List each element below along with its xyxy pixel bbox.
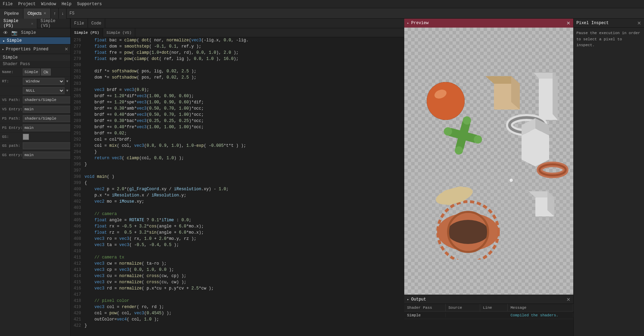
code-area[interactable]: 276 float bac = clamp( dot( nor, normali… bbox=[71, 37, 404, 336]
line-number: 400 bbox=[71, 187, 85, 192]
tab-objects[interactable]: Objects ✕ bbox=[23, 8, 51, 19]
prop-vsentry-input[interactable] bbox=[23, 106, 70, 113]
prop-name-input[interactable] bbox=[23, 69, 40, 75]
menu-help[interactable]: Help bbox=[61, 2, 71, 7]
code-line: 400 vec2 p = 2.0*(gl_FragCoord.xy / iRes… bbox=[71, 186, 404, 192]
preview-title: Preview bbox=[411, 21, 428, 26]
output-col-header: Shader Pass Source Line Message bbox=[404, 304, 573, 312]
code-line: 289 brdf += 0.30*bac*vec3(0.25, 0.25, 0.… bbox=[71, 118, 404, 124]
preview-header: ▸ Preview ✕ bbox=[404, 19, 573, 28]
line-number: 291 bbox=[71, 131, 85, 136]
prop-psentry-input[interactable] bbox=[23, 124, 70, 131]
line-code: { bbox=[85, 181, 87, 185]
prop-gspath-input[interactable] bbox=[23, 142, 70, 149]
prop-name-row: Name: Ok bbox=[0, 68, 70, 77]
line-number: 422 bbox=[71, 323, 85, 328]
prop-psentry-value bbox=[23, 124, 70, 131]
prop-gs-label: GS: bbox=[2, 135, 23, 139]
props-close-btn[interactable]: ✕ bbox=[65, 47, 68, 52]
preview-canvas bbox=[404, 28, 573, 295]
tab-simple-ps[interactable]: Simple (PS) ✕ bbox=[0, 19, 37, 28]
props-section-simple: Simple bbox=[0, 54, 70, 61]
gs-color-swatch bbox=[23, 134, 29, 140]
line-code: vec3 col = render( ro, rd ); bbox=[85, 305, 164, 309]
line-code: float rz = 0.5 + 3.2*sin(angle + 6.0*mo.… bbox=[85, 230, 204, 235]
line-number: 419 bbox=[71, 305, 85, 309]
line-number: 281 bbox=[71, 69, 85, 74]
line-number: 279 bbox=[71, 57, 85, 61]
line-number: 403 bbox=[71, 205, 85, 210]
tree-item-simple[interactable]: ▸ Simple bbox=[0, 37, 70, 44]
prop-gspath-label: GS path: bbox=[2, 144, 23, 148]
prop-pspath-input[interactable] bbox=[23, 115, 70, 122]
file-tab-simple-ps[interactable]: Simple (PS) bbox=[71, 28, 103, 37]
prop-gsentry-row: GS entry: bbox=[0, 151, 70, 160]
file-tab-simple-vs[interactable]: Simple (VS) bbox=[103, 28, 136, 37]
line-number: 285 bbox=[71, 94, 85, 99]
line-number: 286 bbox=[71, 100, 85, 105]
file-tab-row: Simple (PS) Simple (VS) bbox=[71, 28, 404, 37]
output-cell-message: Compiled the shaders. bbox=[508, 313, 573, 317]
code-line: 404 // camera bbox=[71, 211, 404, 217]
output-close-btn[interactable]: ✕ bbox=[566, 297, 571, 302]
code-line: 410 bbox=[71, 248, 404, 254]
simple-label: Simple bbox=[21, 30, 36, 35]
pixel-inspect-title: Pixel Inspect bbox=[576, 21, 609, 26]
prop-name-ok-btn[interactable]: Ok bbox=[41, 69, 51, 75]
output-title: Output bbox=[411, 297, 426, 302]
code-line: 286 brdf += 1.20*spe*vec3(1.00, 0.90, 0.… bbox=[71, 99, 404, 105]
line-number: 283 bbox=[71, 81, 85, 86]
code-line: 418 // pixel color bbox=[71, 298, 404, 304]
pixel-inspect-panel: Pixel Inspect ✕ Pause the execution in o… bbox=[573, 19, 644, 336]
code-line: 279 float spe = pow(clamp( dot( ref, lig… bbox=[71, 56, 404, 62]
menu-project[interactable]: Project bbox=[18, 2, 36, 7]
tab-pipeline[interactable]: Pipeline bbox=[0, 8, 23, 19]
code-line: 282 dom *= softshadow( pos, ref, 0.02, 2… bbox=[71, 74, 404, 81]
menu-bar: File Project Window Help Supporters bbox=[0, 0, 644, 8]
props-subsection-shaderpass: Shader Pass bbox=[0, 61, 70, 68]
prop-gs-row: GS: bbox=[0, 133, 70, 141]
menu-window[interactable]: Window bbox=[41, 2, 56, 7]
prop-vsentry-value bbox=[23, 106, 70, 113]
prop-vspath-value: ... bbox=[23, 96, 70, 103]
line-number: 411 bbox=[71, 255, 85, 260]
line-code: } bbox=[85, 162, 87, 167]
prop-psentry-label: PS Entry: bbox=[2, 126, 23, 130]
code-tab-file[interactable]: File bbox=[71, 19, 88, 28]
prop-gsentry-input[interactable] bbox=[23, 152, 70, 159]
code-line: 419 vec3 col = render( ro, rd ); bbox=[71, 304, 404, 310]
line-number: 404 bbox=[71, 212, 85, 216]
line-code: float rx = -0.5 + 3.2*cos(angle + 6.0*mo… bbox=[85, 224, 204, 229]
menu-supporters[interactable]: Supporters bbox=[77, 2, 102, 7]
code-tabs: File Code bbox=[71, 19, 404, 28]
camera-icon-btn[interactable]: 📷 bbox=[10, 30, 18, 35]
line-number: 399 bbox=[71, 181, 85, 185]
code-line: 415 vec3 cv = normalize( cross(cu, cw) )… bbox=[71, 279, 404, 285]
line-number: 407 bbox=[71, 230, 85, 235]
tab-simple-ps-close[interactable]: ✕ bbox=[31, 21, 33, 26]
menu-file[interactable]: File bbox=[3, 2, 13, 7]
arrow-down[interactable]: ↓ bbox=[59, 8, 67, 19]
code-line: 288 brdf += 0.40*dom*vec3(0.50, 0.70, 1.… bbox=[71, 112, 404, 118]
prop-rt-dropdown[interactable]: Window bbox=[23, 78, 65, 85]
right-panel: ▸ Preview ✕ bbox=[404, 19, 573, 336]
code-tab-code[interactable]: Code bbox=[88, 19, 105, 28]
left-toolbar: 👁 📷 Simple bbox=[0, 28, 70, 37]
line-code: vec3 ro = vec3( rx, 1.0 + 2.0*mo.y, rz )… bbox=[85, 236, 196, 241]
main-layout: Simple (PS) ✕ Simple (VS) 👁 📷 Simple ▸ S… bbox=[0, 19, 644, 336]
line-number: 290 bbox=[71, 125, 85, 130]
prop-rtnull-dropdown[interactable]: NULL bbox=[23, 87, 65, 94]
tab-objects-close[interactable]: ✕ bbox=[43, 11, 46, 15]
prop-vspath-input[interactable] bbox=[23, 96, 70, 103]
prop-rtnull-row: NULL ▼ bbox=[0, 86, 70, 95]
pixel-inspect-body: Pause the execution in order to select a… bbox=[574, 28, 644, 51]
arrow-up[interactable]: ↑ bbox=[51, 8, 59, 19]
line-number: 415 bbox=[71, 280, 85, 285]
prop-rt-row: RT: Window ▼ bbox=[0, 77, 70, 86]
eye-icon-btn[interactable]: 👁 bbox=[2, 30, 9, 35]
tab-simple-vs[interactable]: Simple (VS) bbox=[37, 19, 70, 28]
svg-point-6 bbox=[427, 82, 465, 120]
preview-3d bbox=[404, 28, 573, 295]
pixel-inspect-close-btn[interactable]: ✕ bbox=[637, 20, 641, 26]
preview-close-btn[interactable]: ✕ bbox=[566, 20, 571, 26]
